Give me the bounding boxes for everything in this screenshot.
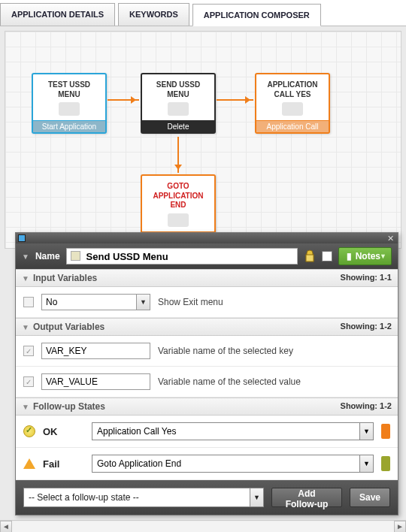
node-title: SEND USSD MENU [142, 74, 214, 102]
showing-count: Showing: 1-1 [341, 273, 392, 283]
composer-canvas[interactable]: TEST USSD MENU Start Application SEND US… [5, 31, 401, 249]
lock-icon[interactable] [304, 249, 316, 263]
node-title: APPLICATION CALL YES [256, 74, 329, 102]
state-color-swatch [381, 424, 390, 439]
section-input-variables[interactable]: ▼Input Variables Showing: 1-1 [16, 269, 398, 287]
section-followup-states[interactable]: ▼Follow-up States Showing: 1-2 [16, 397, 398, 416]
block-icon [71, 251, 80, 261]
ok-status-icon [23, 425, 35, 437]
collapse-icon: ▼ [22, 274, 29, 283]
node-footer: Application Call [256, 120, 329, 132]
header-checkbox[interactable] [322, 251, 332, 261]
output-variable-row: Variable name of the selected key [16, 336, 398, 367]
node-icon [168, 102, 189, 116]
tab-application-composer[interactable]: APPLICATION COMPOSER [192, 4, 321, 26]
input-desc: Show Exit menu [158, 297, 223, 307]
followup-row: Fail Goto Application End ▼ [16, 448, 398, 480]
collapse-icon: ▼ [22, 323, 29, 331]
connector-icon [108, 99, 139, 101]
panel-marker-icon [18, 234, 26, 242]
collapse-icon[interactable]: ▼ [22, 252, 29, 261]
node-send-ussd-menu[interactable]: SEND USSD MENU Delete [141, 73, 216, 134]
svg-rect-0 [306, 255, 314, 261]
name-input[interactable] [66, 248, 298, 264]
panel-header: ▼ Name ▮ Notes ▼ [16, 243, 398, 269]
node-title: TEST USSD MENU [33, 74, 105, 102]
input-variable-row: No ▼ Show Exit menu [16, 287, 398, 318]
add-followup-button[interactable]: Add Follow-up [271, 488, 342, 507]
panel-titlebar[interactable]: ✕ [16, 233, 398, 243]
properties-panel: ✕ ▼ Name ▮ Notes ▼ ▼Input Variables Show… [15, 232, 398, 515]
chevron-down-icon: ▼ [250, 488, 263, 506]
scroll-left-icon[interactable]: ◄ [0, 521, 12, 533]
output-name-input[interactable] [41, 343, 150, 359]
row-checkbox[interactable] [23, 346, 34, 356]
connector-icon [217, 99, 253, 101]
row-checkbox[interactable] [23, 376, 34, 387]
followup-state-name: Fail [43, 458, 84, 470]
followup-state-name: OK [43, 426, 84, 437]
chevron-down-icon: ▼ [136, 295, 150, 310]
warning-status-icon [23, 452, 35, 469]
chevron-down-icon: ▼ [359, 423, 373, 440]
note-icon: ▮ [347, 251, 352, 261]
tab-application-details[interactable]: APPLICATION DETAILS [0, 3, 115, 26]
followup-row: OK Application Call Yes ▼ [16, 416, 398, 448]
output-name-input[interactable] [41, 373, 150, 390]
close-icon[interactable]: ✕ [386, 234, 395, 243]
state-color-swatch [381, 456, 390, 471]
notes-button[interactable]: ▮ Notes ▼ [338, 247, 392, 265]
chevron-down-icon: ▼ [359, 455, 373, 472]
row-checkbox[interactable] [23, 297, 34, 307]
connector-icon [177, 137, 179, 173]
node-application-call[interactable]: APPLICATION CALL YES Application Call [255, 73, 330, 134]
node-title: GOTO APPLICATION END [142, 176, 214, 213]
output-desc: Variable name of the selected key [158, 346, 293, 356]
output-desc: Variable name of the selected value [158, 376, 301, 387]
collapse-icon: ▼ [22, 403, 29, 411]
node-icon [168, 213, 189, 227]
tab-bar: APPLICATION DETAILS KEYWORDS APPLICATION… [0, 0, 406, 26]
tab-keywords[interactable]: KEYWORDS [118, 3, 189, 26]
showing-count: Showing: 1-2 [341, 401, 392, 412]
followup-target-select[interactable]: Application Call Yes ▼ [92, 422, 374, 440]
add-followup-select[interactable]: -- Select a follow-up state -- ▼ [23, 488, 264, 507]
scroll-track[interactable] [12, 521, 394, 532]
node-footer: Start Application [33, 120, 105, 132]
chevron-down-icon: ▼ [380, 252, 386, 260]
scroll-right-icon[interactable]: ► [394, 521, 406, 533]
node-start-application[interactable]: TEST USSD MENU Start Application [32, 73, 107, 134]
name-label: Name [35, 251, 60, 261]
save-button[interactable]: Save [350, 488, 390, 507]
horizontal-scrollbar[interactable]: ◄ ► [0, 520, 406, 532]
output-variable-row: Variable name of the selected value [16, 367, 398, 397]
node-footer: Delete [142, 120, 214, 132]
section-output-variables[interactable]: ▼Output Variables Showing: 1-2 [16, 318, 398, 336]
node-icon [59, 102, 80, 116]
showing-count: Showing: 1-2 [341, 322, 392, 332]
panel-actions: -- Select a follow-up state -- ▼ Add Fol… [16, 480, 398, 515]
node-icon [282, 102, 303, 116]
input-value-select[interactable]: No ▼ [41, 294, 150, 310]
followup-target-select[interactable]: Goto Application End ▼ [92, 455, 374, 473]
